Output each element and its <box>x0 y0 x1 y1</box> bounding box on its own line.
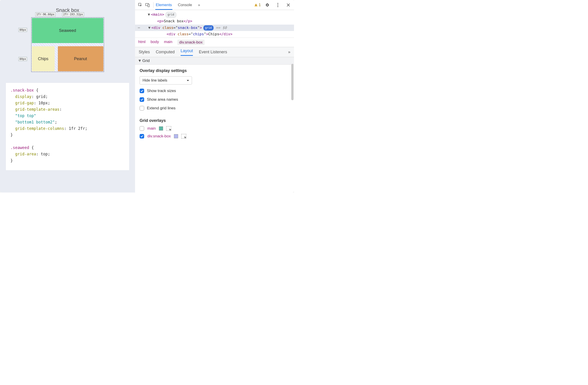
grid-overlays-heading: Grid overlays <box>140 118 290 123</box>
warning-badge[interactable]: 1 <box>254 3 261 7</box>
col-size-label: 1fr·96.66px <box>35 12 56 16</box>
checkbox-checked-icon[interactable] <box>140 97 144 102</box>
svg-point-5 <box>277 3 278 4</box>
tabs-overflow[interactable]: » <box>197 0 200 10</box>
tab-console[interactable]: Console <box>177 0 192 10</box>
crumb-main[interactable]: main <box>164 40 172 45</box>
subtab-layout[interactable]: Layout <box>181 48 193 56</box>
locate-element-icon[interactable] <box>166 126 171 131</box>
grid-section-title: Grid <box>142 59 150 63</box>
line-labels-select[interactable]: Hide line labels <box>140 76 192 85</box>
cell-seaweed: Seaweed <box>32 18 103 43</box>
select-value: Hide line labels <box>143 78 167 83</box>
svg-rect-2 <box>148 4 149 7</box>
close-icon[interactable] <box>285 1 292 8</box>
disclosure-triangle-icon: ▼ <box>138 59 141 63</box>
breadcrumb: html body main div.snack-box <box>135 38 294 47</box>
svg-point-6 <box>277 4 278 5</box>
subtabs-overflow[interactable]: » <box>288 50 290 54</box>
locate-element-icon[interactable] <box>181 134 186 139</box>
scrollbar[interactable] <box>291 64 294 100</box>
cell-peanut: Peanut <box>58 46 103 71</box>
overlay-row-snack-box: div.snack-box <box>140 134 290 139</box>
separator <box>153 2 153 8</box>
svg-point-7 <box>277 6 278 7</box>
styles-subtab-bar: Styles Computed Layout Event Listeners » <box>135 47 294 57</box>
checkbox-label: Show track sizes <box>147 89 176 93</box>
svg-rect-4 <box>256 6 256 6</box>
subtab-styles[interactable]: Styles <box>139 50 150 54</box>
checkbox-checked-icon[interactable] <box>140 134 144 139</box>
col-size-label: 2fr·193.32px <box>62 12 84 16</box>
devtools-toolbar: Elements Console » 1 <box>135 0 294 10</box>
devtools-pane: Elements Console » 1 <box>135 0 294 192</box>
dom-tree[interactable]: ▼<main>grid <p>Snack box</p> ▼<div class… <box>135 10 294 38</box>
snack-box-grid: Seaweed Chips Peanut <box>31 17 104 72</box>
extend-grid-lines-row[interactable]: Extend grid lines <box>140 106 290 110</box>
tab-elements[interactable]: Elements <box>155 0 172 10</box>
crumb-html[interactable]: html <box>138 40 146 45</box>
crumb-body[interactable]: body <box>150 40 159 45</box>
subtab-event-listeners[interactable]: Event Listeners <box>199 50 227 54</box>
checkbox-unchecked-icon[interactable] <box>140 106 144 110</box>
overlay-name[interactable]: div.snack-box <box>147 134 171 139</box>
grid-overlay-wrapper: 80px 80px 1fr·96.66px 2fr·193.32px top b… <box>31 17 104 72</box>
layout-panel-body: Overlay display settings Hide line label… <box>135 65 294 192</box>
show-track-sizes-row[interactable]: Show track sizes <box>140 89 290 93</box>
crumb-snack-box[interactable]: div.snack-box <box>177 40 205 45</box>
checkbox-checked-icon[interactable] <box>140 89 144 93</box>
overlay-name[interactable]: main <box>147 126 156 131</box>
checkbox-label: Show area names <box>147 97 178 102</box>
dom-node-p[interactable]: <p>Snack box</p> <box>148 18 292 25</box>
checkbox-unchecked-icon[interactable] <box>140 126 144 131</box>
css-code-block: .snack-box { display: grid; grid-gap: 10… <box>6 83 129 170</box>
color-swatch[interactable] <box>159 127 163 130</box>
page-preview-pane: Snack box 80px 80px 1fr·96.66px 2fr·193.… <box>0 0 135 192</box>
color-swatch[interactable] <box>174 134 178 138</box>
gear-icon[interactable] <box>264 1 271 8</box>
dom-node-main[interactable]: ▼<main>grid <box>148 11 292 18</box>
inspect-element-icon[interactable] <box>137 1 144 8</box>
overlay-row-main: main <box>140 126 290 131</box>
overlay-settings-heading: Overlay display settings <box>140 68 290 73</box>
row-size-label: 80px <box>19 57 27 61</box>
cell-chips: Chips <box>32 46 55 71</box>
row-size-label: 80px <box>19 28 27 32</box>
dom-node-snack-box[interactable]: ▼<div class="snack-box">grid== $0 <box>135 25 294 31</box>
checkbox-label: Extend grid lines <box>147 106 176 110</box>
device-toggle-icon[interactable] <box>144 1 151 8</box>
kebab-menu-icon[interactable] <box>274 1 281 8</box>
show-area-names-row[interactable]: Show area names <box>140 97 290 102</box>
warning-count: 1 <box>259 3 261 7</box>
dom-node-chips[interactable]: <div class="chips">Chips</div> <box>148 31 292 38</box>
svg-rect-3 <box>256 4 256 5</box>
grid-section-header[interactable]: ▼ Grid <box>135 57 294 65</box>
subtab-computed[interactable]: Computed <box>156 50 175 54</box>
